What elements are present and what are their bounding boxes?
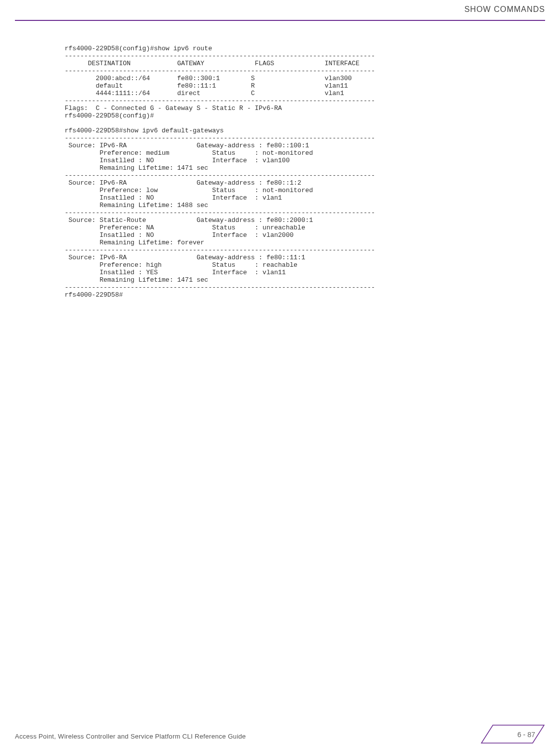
header-title: SHOW COMMANDS xyxy=(465,5,545,14)
header-rule xyxy=(15,20,545,21)
footer-text: Access Point, Wireless Controller and Se… xyxy=(15,733,246,740)
footer: Access Point, Wireless Controller and Se… xyxy=(15,724,545,744)
footer-page-number: 6 - 87 xyxy=(517,731,535,739)
parallelogram-icon xyxy=(480,724,545,744)
footer-page-badge xyxy=(480,724,545,744)
terminal-output: rfs4000-229D58(config)#show ipv6 route -… xyxy=(65,45,375,299)
